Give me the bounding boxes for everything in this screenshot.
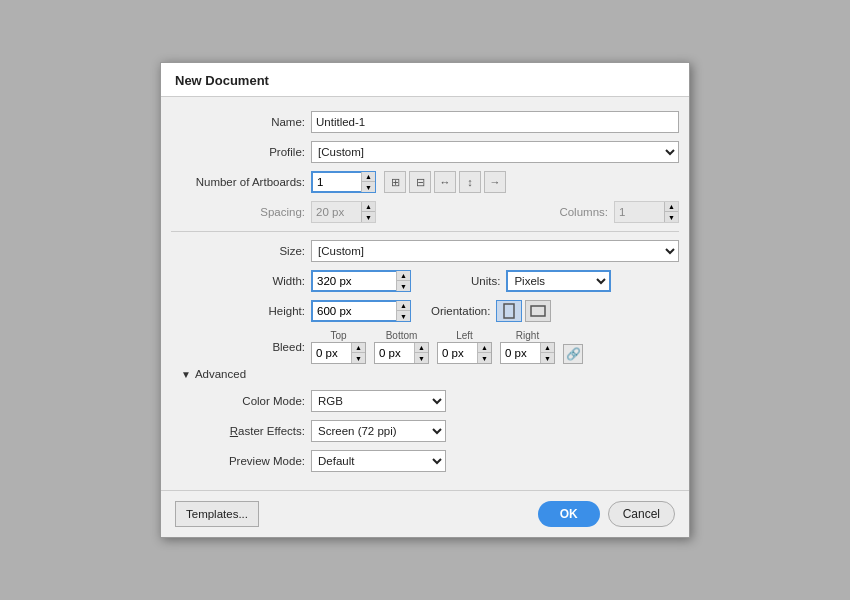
advanced-section: ▼ Advanced Color Mode: RGB CMYK Grayscal…: [171, 368, 679, 472]
advanced-label: Advanced: [195, 368, 246, 380]
bleed-bottom-spinner: ▲ ▼: [374, 342, 429, 364]
svg-rect-0: [504, 304, 514, 318]
bleed-left-spin-up[interactable]: ▲: [477, 343, 491, 353]
color-mode-label: Color Mode:: [171, 395, 311, 407]
bleed-bottom-label: Bottom: [386, 330, 418, 341]
spacing-spin-up[interactable]: ▲: [361, 202, 375, 212]
bleed-top-spin-up[interactable]: ▲: [351, 343, 365, 353]
raster-effects-row: Raster Effects: Screen (72 ppi) Medium (…: [171, 420, 679, 442]
artboards-label: Number of Artboards:: [171, 176, 311, 188]
name-input[interactable]: [311, 111, 679, 133]
bleed-left-arrows: ▲ ▼: [477, 343, 491, 363]
width-row: Width: ▲ ▼ Units: Pixels Inches Centimet…: [171, 270, 679, 292]
bleed-fields: Top ▲ ▼ Bottom ▲ ▼: [311, 330, 583, 364]
spacing-spinner: ▲ ▼: [311, 201, 376, 223]
bleed-link-btn[interactable]: 🔗: [563, 344, 583, 364]
profile-row: Profile: [Custom] Print Web Mobile: [171, 141, 679, 163]
bleed-left-label: Left: [456, 330, 473, 341]
bleed-row: Bleed: Top ▲ ▼ Bottom: [171, 330, 679, 364]
cancel-button[interactable]: Cancel: [608, 501, 675, 527]
columns-label: Columns:: [528, 206, 608, 218]
footer-actions: OK Cancel: [538, 501, 675, 527]
preview-mode-select[interactable]: Default Pixel Overprint: [311, 450, 446, 472]
artboards-row: Number of Artboards: ▲ ▼ ⊞ ⊟ ↔ ↕ →: [171, 171, 679, 193]
ok-button[interactable]: OK: [538, 501, 600, 527]
height-spinner-arrows: ▲ ▼: [396, 301, 410, 321]
svg-rect-1: [531, 306, 545, 316]
bleed-bottom-group: Bottom ▲ ▼: [374, 330, 429, 364]
artboard-layout-icons: ⊞ ⊟ ↔ ↕ →: [384, 171, 506, 193]
bleed-right-spin-up[interactable]: ▲: [540, 343, 554, 353]
preview-mode-label: Preview Mode:: [171, 455, 311, 467]
bleed-top-spin-down[interactable]: ▼: [351, 353, 365, 363]
bleed-right-label: Right: [516, 330, 539, 341]
artboard-arrow-right-icon[interactable]: →: [484, 171, 506, 193]
preview-mode-row: Preview Mode: Default Pixel Overprint: [171, 450, 679, 472]
bleed-top-group: Top ▲ ▼: [311, 330, 366, 364]
color-mode-row: Color Mode: RGB CMYK Grayscale: [171, 390, 679, 412]
dialog-footer: Templates... OK Cancel: [161, 490, 689, 537]
spacing-spin-down[interactable]: ▼: [361, 212, 375, 222]
divider-1: [171, 231, 679, 232]
units-select[interactable]: Pixels Inches Centimeters Millimeters Po…: [506, 270, 611, 292]
advanced-toggle-arrow: ▼: [181, 369, 191, 380]
bleed-bottom-arrows: ▲ ▼: [414, 343, 428, 363]
bleed-right-spinner: ▲ ▼: [500, 342, 555, 364]
name-row: Name:: [171, 111, 679, 133]
bleed-right-group: Right ▲ ▼: [500, 330, 555, 364]
size-label: Size:: [171, 245, 311, 257]
artboards-spin-up[interactable]: ▲: [361, 172, 375, 182]
height-spinner: ▲ ▼: [311, 300, 411, 322]
columns-spin-up[interactable]: ▲: [664, 202, 678, 212]
artboard-arrange-tb-icon[interactable]: ↕: [459, 171, 481, 193]
dialog-body: Name: Profile: [Custom] Print Web Mobile…: [161, 97, 689, 490]
bleed-bottom-spin-up[interactable]: ▲: [414, 343, 428, 353]
bleed-label: Bleed:: [171, 341, 311, 353]
columns-spinner: ▲ ▼: [614, 201, 679, 223]
width-label: Width:: [171, 275, 311, 287]
new-document-dialog: New Document Name: Profile: [Custom] Pri…: [160, 62, 690, 538]
spacing-label: Spacing:: [171, 206, 311, 218]
color-mode-select[interactable]: RGB CMYK Grayscale: [311, 390, 446, 412]
landscape-orientation-btn[interactable]: [525, 300, 551, 322]
raster-effects-label: Raster Effects:: [171, 425, 311, 437]
artboards-spinner-arrows: ▲ ▼: [361, 172, 375, 192]
bleed-right-arrows: ▲ ▼: [540, 343, 554, 363]
bleed-left-group: Left ▲ ▼: [437, 330, 492, 364]
profile-label: Profile:: [171, 146, 311, 158]
height-spin-up[interactable]: ▲: [396, 301, 410, 311]
size-row: Size: [Custom] Letter Legal A4: [171, 240, 679, 262]
raster-effects-select[interactable]: Screen (72 ppi) Medium (150 ppi) High (3…: [311, 420, 446, 442]
bleed-left-spinner: ▲ ▼: [437, 342, 492, 364]
bleed-top-label: Top: [330, 330, 346, 341]
columns-spinner-arrows: ▲ ▼: [664, 202, 678, 222]
artboards-spinner: ▲ ▼: [311, 171, 376, 193]
size-select[interactable]: [Custom] Letter Legal A4: [311, 240, 679, 262]
width-spinner: ▲ ▼: [311, 270, 411, 292]
bleed-top-spinner: ▲ ▼: [311, 342, 366, 364]
units-label: Units:: [471, 275, 500, 287]
orientation-label: Orientation:: [431, 305, 490, 317]
height-row: Height: ▲ ▼ Orientation:: [171, 300, 679, 322]
name-label: Name:: [171, 116, 311, 128]
templates-button[interactable]: Templates...: [175, 501, 259, 527]
bleed-left-spin-down[interactable]: ▼: [477, 353, 491, 363]
spacing-spinner-arrows: ▲ ▼: [361, 202, 375, 222]
height-spin-down[interactable]: ▼: [396, 311, 410, 321]
artboards-spin-down[interactable]: ▼: [361, 182, 375, 192]
artboard-grid-by-col-icon[interactable]: ⊟: [409, 171, 431, 193]
bleed-right-spin-down[interactable]: ▼: [540, 353, 554, 363]
portrait-orientation-btn[interactable]: [496, 300, 522, 322]
width-spin-up[interactable]: ▲: [396, 271, 410, 281]
bleed-bottom-spin-down[interactable]: ▼: [414, 353, 428, 363]
bleed-top-arrows: ▲ ▼: [351, 343, 365, 363]
columns-spin-down[interactable]: ▼: [664, 212, 678, 222]
advanced-toggle[interactable]: ▼ Advanced: [171, 368, 679, 380]
profile-select[interactable]: [Custom] Print Web Mobile: [311, 141, 679, 163]
height-label: Height:: [171, 305, 311, 317]
dialog-title: New Document: [161, 63, 689, 97]
spacing-row: Spacing: ▲ ▼ Columns: ▲ ▼: [171, 201, 679, 223]
artboard-arrange-lr-icon[interactable]: ↔: [434, 171, 456, 193]
artboard-grid-by-row-icon[interactable]: ⊞: [384, 171, 406, 193]
width-spin-down[interactable]: ▼: [396, 281, 410, 291]
